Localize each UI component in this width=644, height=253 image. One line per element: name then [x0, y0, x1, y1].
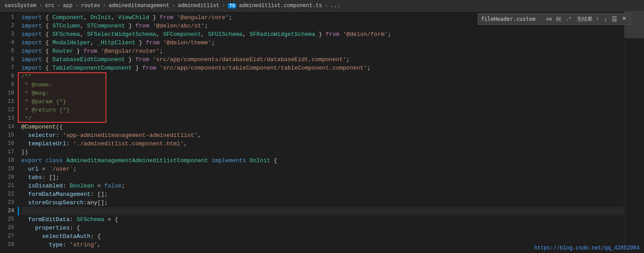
search-prev-button[interactable]: ↑ — [594, 16, 601, 23]
token: = { — [104, 215, 118, 224]
token: 'string' — [70, 241, 97, 249]
token: Router — [52, 47, 73, 55]
code-line-16: templateUrl: './admineditlist.component.… — [21, 140, 624, 148]
search-regex-button[interactable]: .* — [564, 16, 573, 22]
code-line-8: /** — [21, 72, 624, 81]
search-no-result: 无结果 — [577, 16, 593, 23]
token: @Component — [21, 123, 56, 131]
line-number-17: 17 — [4, 148, 14, 156]
token: from — [326, 30, 340, 39]
token: { — [42, 13, 52, 22]
search-input[interactable] — [481, 16, 543, 22]
code-line-22: formDataManagement: []; — [21, 190, 624, 199]
line-numbers: 1234567891011121314151617181920212223242… — [0, 12, 18, 253]
token: , — [83, 13, 90, 22]
token: : — [70, 215, 77, 224]
token — [160, 39, 163, 47]
minimap[interactable] — [624, 12, 644, 253]
breadcrumb-src[interactable]: src — [45, 3, 55, 9]
breadcrumb-app[interactable]: app — [63, 3, 73, 9]
token: , — [98, 241, 101, 249]
token — [21, 241, 49, 249]
token — [208, 156, 211, 165]
token: url — [28, 165, 39, 173]
line-number-7: 7 — [4, 64, 14, 72]
search-menu-button[interactable]: ☰ — [610, 16, 619, 23]
token: Component — [52, 13, 83, 22]
line-number-9: 9 — [4, 81, 14, 89]
code-line-14: @Component({ — [21, 123, 624, 131]
token: import — [21, 47, 42, 55]
bottom-bar: https://blog.csdn.net/qq_42852004 — [530, 243, 644, 253]
line-number-6: 6 — [4, 55, 14, 64]
token: ; — [205, 22, 208, 30]
token: , — [80, 22, 87, 30]
token: 'app-admineditmanagement-admineditlist' — [63, 131, 198, 140]
breadcrumb-routes[interactable]: routes — [81, 3, 100, 9]
token: = — [94, 182, 104, 190]
line-number-2: 2 — [4, 22, 14, 30]
token: from — [142, 64, 156, 72]
token: import — [21, 13, 42, 22]
token: from — [135, 22, 149, 30]
token: { — [42, 39, 52, 47]
line-number-15: 15 — [4, 131, 14, 140]
token — [21, 190, 28, 199]
token: , — [90, 39, 98, 47]
code-content[interactable]: import { Component, OnInit, ViewChild } … — [18, 12, 624, 253]
token: properties — [35, 224, 70, 232]
line-number-11: 11 — [4, 97, 14, 106]
token: implements — [211, 156, 246, 165]
token — [156, 64, 160, 72]
token: ; — [73, 165, 77, 173]
line-number-13: 13 — [4, 114, 14, 123]
line-number-5: 5 — [4, 47, 14, 55]
search-bar: Aa 阿 .* 无结果 ↑ ↓ ☰ × — [478, 13, 631, 25]
token: { — [270, 156, 277, 165]
token: type — [49, 241, 62, 249]
ts-file-icon: TS — [228, 3, 236, 8]
token: '@delon/theme' — [163, 39, 211, 47]
search-close-button[interactable]: × — [621, 15, 628, 23]
token: './admineditlist.component.html' — [73, 140, 184, 148]
token: TableComponentComponent — [52, 64, 132, 72]
breadcrumb-sassSystem[interactable]: sassSystem — [4, 3, 36, 9]
token — [21, 182, 28, 190]
code-line-24 — [21, 207, 624, 215]
search-next-button[interactable]: ↓ — [602, 16, 609, 23]
line-number-28: 28 — [4, 241, 14, 249]
token: STComponent — [87, 22, 125, 30]
token: : { — [90, 232, 101, 241]
breadcrumb-filename[interactable]: admineditlist.component.ts — [239, 3, 322, 9]
token: * @name: — [21, 81, 52, 89]
token — [21, 199, 28, 207]
search-case-sensitive-button[interactable]: Aa — [545, 16, 553, 22]
code-line-5: import { Router } from '@angular/router'… — [21, 47, 624, 55]
token: = — [39, 165, 49, 173]
token: import — [21, 39, 42, 47]
search-whole-word-button[interactable]: 阿 — [555, 16, 562, 23]
token: false — [104, 182, 121, 190]
code-line-20: tabs: []; — [21, 173, 624, 182]
breadcrumb-admineditmanagement[interactable]: admineditmanagement — [109, 3, 169, 9]
line-number-4: 4 — [4, 39, 14, 47]
breadcrumb-sep-5: › — [172, 3, 175, 9]
token: SFSchema — [77, 215, 104, 224]
url-link[interactable]: https://blog.csdn.net/qq_42852004 — [534, 245, 640, 251]
token: import — [21, 30, 42, 39]
token: OnInit — [90, 13, 111, 22]
code-line-9: * @name: — [21, 81, 624, 89]
code-line-13: */ — [21, 114, 624, 123]
token: { — [42, 55, 52, 64]
breadcrumb-admineditlist[interactable]: admineditlist — [178, 3, 219, 9]
code-line-18: export class AdmineditmanagementAdminedi… — [21, 156, 624, 165]
code-line-7: import { TableComponentComponent } from … — [21, 64, 624, 72]
token: : []; — [42, 173, 59, 182]
breadcrumb-sep-1: › — [39, 3, 42, 9]
token: */ — [21, 114, 31, 123]
token — [21, 224, 35, 232]
token — [340, 30, 343, 39]
token: : — [63, 182, 70, 190]
breadcrumb-bar: sassSystem › src › app › routes › admine… — [0, 0, 644, 12]
code-line-4: import { ModalHelper, _HttpClient } from… — [21, 39, 624, 47]
